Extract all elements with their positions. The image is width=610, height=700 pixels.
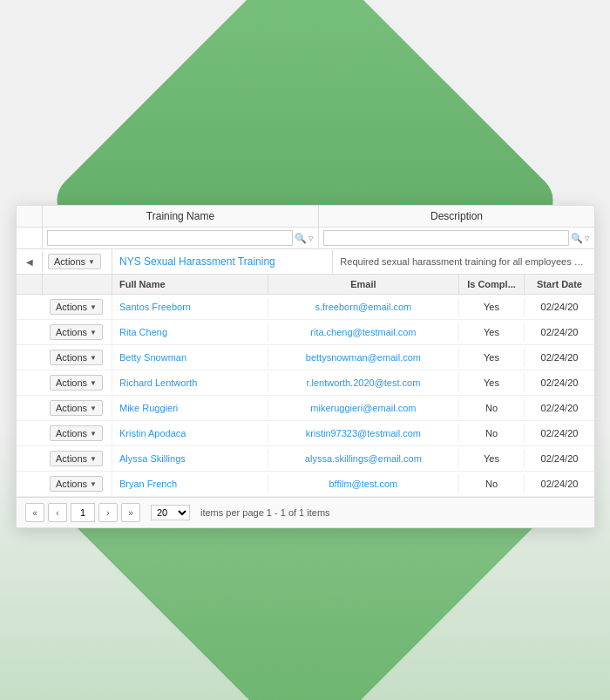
sub-col-email: Email	[268, 275, 459, 294]
sub-row-compl-4: No	[459, 398, 525, 418]
sub-col-fullname: Full Name	[112, 275, 268, 294]
training-main-row: ◀ Actions ▼ NYS Sexual Harassment Traini…	[17, 249, 594, 275]
sub-actions-caret-5: ▼	[90, 430, 97, 438]
pagination-row: « ‹ › » 20 50 100 items per page 1 - 1 o…	[17, 497, 594, 527]
sub-row-startdate-4: 02/24/20	[525, 398, 594, 418]
sub-row-email-3[interactable]: r.lentworth.2020@test.com	[268, 373, 459, 392]
filter-training-name-input[interactable]	[47, 230, 293, 246]
sub-actions-button-0[interactable]: Actions ▼	[50, 299, 103, 315]
training-desc-cell: Required sexual harassment training for …	[333, 251, 594, 272]
sub-row-email-6[interactable]: alyssa.skillings@email.com	[268, 449, 459, 468]
filter-search-icon[interactable]: 🔍	[295, 233, 307, 244]
outer-header-description: Description	[319, 206, 594, 227]
sub-row-actions-1: Actions ▼	[43, 320, 112, 344]
training-actions-button[interactable]: Actions ▼	[48, 254, 101, 269]
sub-actions-button-4[interactable]: Actions ▼	[50, 400, 103, 416]
sub-row-name-1[interactable]: Rita Cheng	[112, 323, 268, 342]
collapse-button[interactable]: ◀	[17, 252, 43, 272]
sub-row-name-3[interactable]: Richard Lentworth	[112, 373, 268, 392]
table-row: Actions ▼ Mike Ruggieri mikeruggieri@ema…	[17, 396, 594, 421]
outer-header-spacer	[17, 206, 43, 227]
sub-actions-caret-2: ▼	[90, 354, 97, 362]
sub-row-actions-6: Actions ▼	[43, 446, 112, 471]
sub-actions-button-7[interactable]: Actions ▼	[50, 476, 103, 492]
sub-row-startdate-2: 02/24/20	[525, 348, 594, 367]
filter-search-icon-2[interactable]: 🔍	[571, 233, 583, 244]
sub-actions-caret-6: ▼	[90, 455, 97, 463]
table-row: Actions ▼ Kristin Apodaca kristin97323@t…	[17, 421, 594, 446]
actions-caret-icon: ▼	[88, 258, 95, 266]
pagination-page-input[interactable]	[71, 503, 95, 522]
sub-row-name-6[interactable]: Alyssa Skillings	[112, 449, 268, 468]
sub-row-actions-4: Actions ▼	[43, 396, 112, 420]
sub-row-actions-5: Actions ▼	[43, 421, 112, 445]
pagination-prev-button[interactable]: ‹	[48, 503, 67, 522]
sub-actions-label-5: Actions	[56, 428, 87, 438]
outer-header-training-name: Training Name	[43, 206, 319, 227]
sub-actions-caret-3: ▼	[90, 379, 97, 387]
sub-col-compl: Is Compl...	[459, 275, 525, 294]
main-table-container: Training Name Description 🔍 ▿ 🔍 ▿ ◀ Acti…	[16, 205, 595, 528]
table-row: Actions ▼ Rita Cheng rita.cheng@testmail…	[17, 320, 594, 345]
sub-row-email-5[interactable]: kristin97323@testmail.com	[268, 424, 459, 443]
sub-actions-caret-1: ▼	[90, 329, 97, 336]
sub-row-actions-7: Actions ▼	[43, 472, 112, 496]
sub-col-actions	[43, 275, 112, 294]
table-row: Actions ▼ Bryan French bffilm@test.com N…	[17, 472, 594, 497]
sub-row-compl-7: No	[459, 474, 525, 493]
sub-header-spacer	[17, 275, 43, 294]
pagination-first-button[interactable]: «	[25, 503, 44, 522]
sub-row-email-1[interactable]: rita.cheng@testmail.com	[268, 323, 459, 342]
filter-row-spacer	[17, 228, 43, 248]
table-row: Actions ▼ Alyssa Skillings alyssa.skilli…	[17, 446, 594, 472]
filter-funnel-icon-2[interactable]: ▿	[585, 233, 590, 244]
sub-table-header: Full Name Email Is Compl... Start Date	[17, 275, 594, 295]
sub-row-startdate-7: 02/24/20	[525, 474, 594, 493]
sub-actions-label-0: Actions	[56, 302, 87, 312]
pagination-last-button[interactable]: »	[121, 503, 140, 522]
table-row: Actions ▼ Santos Freeborn s.freeborn@ema…	[17, 295, 594, 320]
sub-actions-label-6: Actions	[56, 453, 87, 464]
sub-row-name-2[interactable]: Betty Snowman	[112, 348, 268, 367]
sub-actions-button-5[interactable]: Actions ▼	[50, 425, 103, 441]
pagination-next-button[interactable]: ›	[98, 503, 118, 522]
sub-actions-caret-4: ▼	[90, 404, 97, 412]
sub-rows-container: Actions ▼ Santos Freeborn s.freeborn@ema…	[17, 295, 594, 497]
filter-description-input[interactable]	[323, 230, 569, 246]
sub-actions-label-4: Actions	[56, 403, 87, 413]
sub-row-email-2[interactable]: bettysnowman@email.com	[268, 348, 459, 367]
sub-actions-button-1[interactable]: Actions ▼	[50, 324, 103, 340]
filter-row: 🔍 ▿ 🔍 ▿	[17, 228, 594, 249]
training-actions-cell: Actions ▼	[43, 249, 112, 274]
training-actions-label: Actions	[54, 256, 85, 267]
sub-actions-label-1: Actions	[56, 327, 87, 337]
outer-header-row: Training Name Description	[17, 206, 594, 228]
filter-funnel-icon[interactable]: ▿	[308, 233, 314, 244]
sub-row-startdate-1: 02/24/20	[525, 323, 594, 342]
sub-actions-button-2[interactable]: Actions ▼	[50, 350, 103, 365]
sub-row-email-4[interactable]: mikeruggieri@email.com	[268, 398, 459, 418]
sub-row-name-5[interactable]: Kristin Apodaca	[112, 424, 268, 443]
table-row: Actions ▼ Betty Snowman bettysnowman@ema…	[17, 345, 594, 370]
sub-row-name-4[interactable]: Mike Ruggieri	[112, 398, 268, 418]
sub-actions-button-6[interactable]: Actions ▼	[50, 451, 103, 466]
sub-actions-label-2: Actions	[56, 352, 87, 363]
sub-row-name-0[interactable]: Santos Freeborn	[112, 297, 268, 316]
sub-actions-label-3: Actions	[56, 377, 87, 388]
sub-row-email-0[interactable]: s.freeborn@email.com	[268, 297, 459, 316]
per-page-select[interactable]: 20 50 100	[151, 505, 190, 520]
sub-row-email-7[interactable]: bffilm@test.com	[268, 474, 459, 493]
filter-description-wrap: 🔍 ▿	[319, 228, 594, 248]
sub-actions-label-7: Actions	[56, 479, 87, 489]
sub-row-actions-2: Actions ▼	[43, 345, 112, 370]
sub-row-startdate-0: 02/24/20	[525, 297, 594, 316]
sub-row-compl-2: Yes	[459, 348, 525, 367]
sub-row-name-7[interactable]: Bryan French	[112, 474, 268, 493]
training-name-cell[interactable]: NYS Sexual Harassment Training	[112, 250, 333, 273]
sub-row-compl-1: Yes	[459, 323, 525, 342]
sub-row-startdate-6: 02/24/20	[525, 449, 594, 468]
sub-actions-caret-0: ▼	[90, 303, 97, 311]
sub-row-startdate-3: 02/24/20	[525, 373, 594, 392]
sub-actions-button-3[interactable]: Actions ▼	[50, 375, 103, 391]
filter-training-name-wrap: 🔍 ▿	[43, 228, 319, 248]
